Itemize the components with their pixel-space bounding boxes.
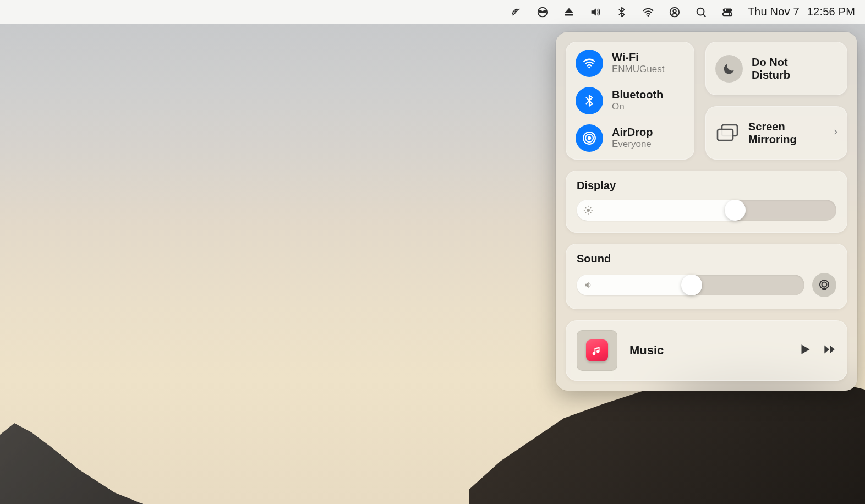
svg-point-27 bbox=[822, 282, 827, 287]
airplay-audio-button[interactable] bbox=[812, 273, 836, 297]
speaker-icon bbox=[583, 280, 593, 290]
privacy-swirl-icon[interactable] bbox=[510, 6, 522, 18]
control-center-right-column: Do Not Disturb Screen Mirroring bbox=[705, 42, 847, 160]
svg-line-23 bbox=[590, 212, 591, 213]
chevron-right-icon bbox=[832, 128, 840, 138]
display-slider-knob[interactable] bbox=[725, 200, 746, 221]
svg-rect-16 bbox=[718, 129, 733, 140]
spotlight-search-icon[interactable] bbox=[695, 6, 707, 18]
mirror-label-line2: Mirroring bbox=[748, 133, 797, 146]
airdrop-icon bbox=[576, 124, 603, 152]
now-playing-tile[interactable]: Music bbox=[566, 320, 847, 381]
svg-point-17 bbox=[587, 209, 590, 212]
wifi-icon bbox=[576, 50, 603, 77]
airdrop-status: Everyone bbox=[612, 139, 653, 150]
sound-volume-slider[interactable] bbox=[577, 275, 804, 295]
svg-point-4 bbox=[673, 9, 676, 13]
airdrop-label: AirDrop bbox=[612, 126, 653, 139]
svg-point-10 bbox=[729, 13, 730, 15]
wifi-status: ENMUGuest bbox=[612, 64, 664, 75]
mirror-label-line1: Screen bbox=[748, 120, 797, 133]
svg-rect-8 bbox=[722, 12, 732, 15]
wifi-label: Wi-Fi bbox=[612, 51, 664, 64]
wifi-icon[interactable] bbox=[642, 6, 654, 18]
svg-line-25 bbox=[590, 207, 591, 208]
screen-mirroring-button[interactable]: Screen Mirroring bbox=[705, 106, 847, 160]
creative-cloud-icon[interactable] bbox=[536, 6, 549, 18]
display-brightness-slider[interactable] bbox=[577, 200, 836, 221]
svg-point-9 bbox=[724, 9, 726, 10]
control-center-panel: Wi-Fi ENMUGuest Bluetooth On AirDrop bbox=[556, 32, 857, 391]
svg-point-12 bbox=[588, 136, 592, 140]
moon-icon bbox=[715, 55, 743, 83]
bluetooth-label: Bluetooth bbox=[612, 89, 663, 101]
menu-time: 12:56 PM bbox=[807, 6, 855, 18]
sound-slider-knob[interactable] bbox=[681, 275, 702, 295]
sound-tile: Sound bbox=[566, 244, 847, 309]
music-artwork bbox=[577, 330, 617, 371]
bluetooth-icon bbox=[576, 87, 603, 114]
connectivity-tile: Wi-Fi ENMUGuest Bluetooth On AirDrop bbox=[566, 42, 694, 160]
svg-line-6 bbox=[703, 14, 705, 17]
wallpaper-mountain-left bbox=[0, 388, 143, 504]
bluetooth-status: On bbox=[612, 101, 663, 112]
sound-label: Sound bbox=[577, 253, 836, 265]
menu-bar: Thu Nov 7 12:56 PM bbox=[0, 0, 865, 24]
airdrop-toggle[interactable]: AirDrop Everyone bbox=[576, 124, 685, 152]
svg-point-11 bbox=[588, 67, 590, 68]
svg-rect-1 bbox=[565, 14, 573, 15]
wifi-toggle[interactable]: Wi-Fi ENMUGuest bbox=[576, 50, 685, 77]
play-button[interactable] bbox=[798, 342, 812, 359]
bluetooth-icon[interactable] bbox=[616, 6, 628, 18]
display-label: Display bbox=[577, 179, 836, 192]
do-not-disturb-toggle[interactable]: Do Not Disturb bbox=[705, 42, 847, 95]
display-tile: Display bbox=[566, 171, 847, 233]
control-center-icon[interactable] bbox=[721, 6, 733, 18]
menu-date: Thu Nov 7 bbox=[748, 6, 800, 18]
svg-rect-7 bbox=[722, 8, 732, 11]
eject-icon[interactable] bbox=[563, 6, 575, 18]
dnd-label-line1: Do Not bbox=[752, 56, 790, 69]
user-icon[interactable] bbox=[669, 6, 681, 18]
svg-line-22 bbox=[585, 207, 586, 208]
menu-bar-clock[interactable]: Thu Nov 7 12:56 PM bbox=[748, 6, 855, 18]
svg-point-5 bbox=[697, 8, 704, 15]
next-track-button[interactable] bbox=[822, 342, 836, 359]
volume-icon[interactable] bbox=[589, 6, 601, 18]
svg-line-24 bbox=[585, 212, 586, 213]
screen-mirroring-icon bbox=[715, 123, 740, 144]
dnd-label-line2: Disturb bbox=[752, 69, 790, 81]
brightness-icon bbox=[583, 205, 593, 215]
control-center-top-row: Wi-Fi ENMUGuest Bluetooth On AirDrop bbox=[566, 42, 847, 160]
bluetooth-toggle[interactable]: Bluetooth On bbox=[576, 87, 685, 114]
music-app-label: Music bbox=[629, 343, 786, 358]
music-app-icon bbox=[586, 339, 608, 361]
svg-point-2 bbox=[647, 14, 649, 16]
